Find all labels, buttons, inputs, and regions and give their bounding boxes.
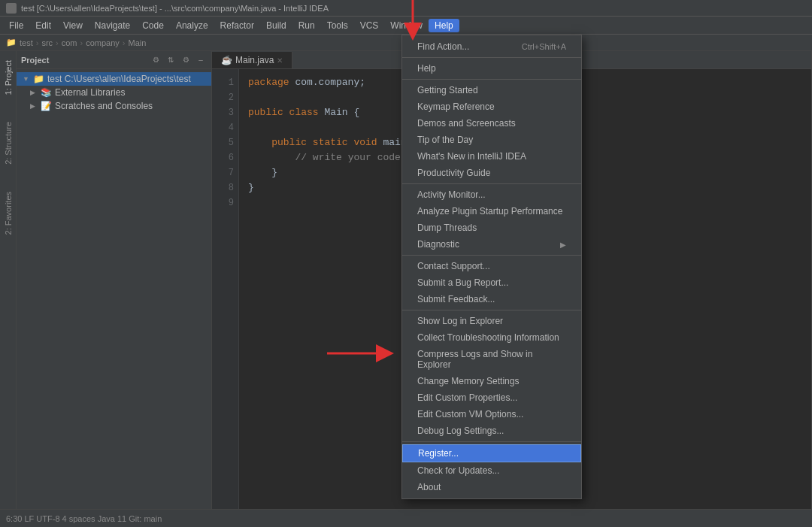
tree-item-external-libs[interactable]: ▶ 📚 External Libraries bbox=[24, 86, 211, 99]
tree-item-test[interactable]: ▼ 📁 test C:\Users\allen\IdeaProjects\tes… bbox=[17, 72, 211, 86]
menu-keymap-reference[interactable]: Keymap Reference bbox=[402, 98, 581, 115]
menu-submit-feedback[interactable]: Submit Feedback... bbox=[402, 291, 581, 307]
menu-find-action[interactable]: Find Action... Ctrl+Shift+A bbox=[402, 38, 581, 55]
menu-submit-bug[interactable]: Submit a Bug Report... bbox=[402, 274, 581, 291]
scratch-icon: 📝 bbox=[41, 101, 52, 111]
status-text: 6:30 LF UTF-8 4 spaces Java 11 Git: main bbox=[6, 514, 162, 523]
menu-whats-new[interactable]: What's New in IntelliJ IDEA bbox=[402, 148, 581, 165]
menu-navigate[interactable]: Navigate bbox=[89, 19, 136, 32]
toolbar-sort-icon[interactable]: ⇅ bbox=[165, 54, 177, 66]
title-bar: test [C:\Users\allen\IdeaProjects\test] … bbox=[0, 0, 812, 17]
breadcrumb-icon: 📁 bbox=[6, 38, 17, 47]
sidebar-panel: Project ⚙ ⇅ ⚙ – ▼ 📁 test C:\Users\allen\… bbox=[17, 51, 212, 509]
menu-refactor[interactable]: Refactor bbox=[214, 19, 260, 32]
menu-check-updates[interactable]: Check for Updates... bbox=[402, 462, 581, 479]
separator-6 bbox=[402, 441, 581, 442]
menu-edit-properties[interactable]: Edit Custom Properties... bbox=[402, 389, 581, 406]
menu-tools[interactable]: Tools bbox=[321, 19, 354, 32]
separator-5 bbox=[402, 310, 581, 310]
menu-getting-started[interactable]: Getting Started bbox=[402, 82, 581, 98]
editor-tab-main[interactable]: ☕ Main.java ✕ bbox=[212, 52, 292, 68]
expand-arrow-libs: ▶ bbox=[30, 89, 38, 96]
tab-close-icon[interactable]: ✕ bbox=[277, 56, 283, 65]
library-icon: 📚 bbox=[41, 87, 52, 98]
vtab-structure[interactable]: 2: Structure bbox=[2, 116, 15, 171]
menu-file[interactable]: File bbox=[3, 19, 29, 32]
menu-compress-logs[interactable]: Compress Logs and Show in Explorer bbox=[402, 346, 581, 373]
tab-icon: ☕ bbox=[221, 55, 232, 65]
tree-item-label: test C:\Users\allen\IdeaProjects\test bbox=[47, 74, 191, 84]
menu-edit-vm-options[interactable]: Edit Custom VM Options... bbox=[402, 406, 581, 423]
breadcrumb-src[interactable]: src bbox=[41, 38, 53, 47]
line-numbers: 1 2 3 4 5 6 7 8 9 bbox=[212, 69, 239, 509]
separator-2 bbox=[402, 79, 581, 80]
app-icon bbox=[6, 3, 17, 14]
menu-collect-troubleshooting[interactable]: Collect Troubleshooting Information bbox=[402, 329, 581, 346]
project-tree: ▼ 📁 test C:\Users\allen\IdeaProjects\tes… bbox=[17, 69, 211, 509]
breadcrumb-main[interactable]: Main bbox=[129, 38, 147, 47]
menu-debug-log-settings[interactable]: Debug Log Settings... bbox=[402, 423, 581, 439]
vtab-project[interactable]: 1: Project bbox=[2, 54, 15, 101]
menu-activity-monitor[interactable]: Activity Monitor... bbox=[402, 186, 581, 203]
menu-about[interactable]: About bbox=[402, 479, 581, 495]
menu-build[interactable]: Build bbox=[260, 19, 292, 32]
help-menu-dropdown: Find Action... Ctrl+Shift+A Help Getting… bbox=[401, 35, 582, 499]
menu-vcs[interactable]: VCS bbox=[354, 19, 385, 32]
menu-view[interactable]: View bbox=[57, 19, 89, 32]
status-bar: 6:30 LF UTF-8 4 spaces Java 11 Git: main bbox=[0, 509, 812, 527]
tree-item-scratches[interactable]: ▶ 📝 Scratches and Consoles bbox=[24, 99, 211, 113]
menu-demos[interactable]: Demos and Screencasts bbox=[402, 115, 581, 132]
menu-bar: File Edit View Navigate Code Analyze Ref… bbox=[0, 17, 812, 35]
project-folder-icon: 📁 bbox=[33, 74, 44, 84]
tree-item-scratches-label: Scratches and Consoles bbox=[55, 101, 153, 111]
title-text: test [C:\Users\allen\IdeaProjects\test] … bbox=[21, 4, 329, 13]
separator-1 bbox=[402, 57, 581, 58]
toolbar-settings-icon[interactable]: ⚙ bbox=[150, 54, 162, 66]
breadcrumb-company[interactable]: company bbox=[86, 38, 120, 47]
toolbar-gear-icon[interactable]: ⚙ bbox=[180, 54, 192, 66]
menu-show-log[interactable]: Show Log in Explorer bbox=[402, 313, 581, 329]
breadcrumb-com[interactable]: com bbox=[62, 38, 77, 47]
menu-diagnostic[interactable]: Diagnostic ▶ bbox=[402, 236, 581, 253]
vtab-favorites[interactable]: 2: Favorites bbox=[2, 186, 15, 241]
separator-4 bbox=[402, 255, 581, 256]
menu-dump-threads[interactable]: Dump Threads bbox=[402, 220, 581, 236]
menu-tip-of-day[interactable]: Tip of the Day bbox=[402, 132, 581, 148]
menu-window[interactable]: Window bbox=[384, 19, 429, 32]
menu-edit[interactable]: Edit bbox=[29, 19, 57, 32]
menu-change-memory[interactable]: Change Memory Settings bbox=[402, 373, 581, 389]
toolbar-minimize-icon[interactable]: – bbox=[195, 54, 207, 66]
menu-run[interactable]: Run bbox=[292, 19, 321, 32]
left-vtab-strip: 1: Project 2: Structure 2: Favorites bbox=[0, 51, 17, 509]
separator-3 bbox=[402, 183, 581, 184]
tab-label: Main.java bbox=[235, 55, 274, 65]
menu-contact-support[interactable]: Contact Support... bbox=[402, 258, 581, 274]
breadcrumb-test[interactable]: test bbox=[20, 38, 33, 47]
menu-analyze-plugin[interactable]: Analyze Plugin Startup Performance bbox=[402, 203, 581, 220]
menu-productivity-guide[interactable]: Productivity Guide bbox=[402, 165, 581, 181]
tree-item-external-libs-label: External Libraries bbox=[55, 87, 125, 98]
menu-code[interactable]: Code bbox=[136, 19, 170, 32]
menu-help-item[interactable]: Help bbox=[402, 60, 581, 77]
expand-arrow: ▼ bbox=[23, 75, 30, 83]
menu-register[interactable]: Register... bbox=[402, 444, 581, 462]
expand-arrow-scratches: ▶ bbox=[30, 102, 38, 110]
project-toolbar: Project ⚙ ⇅ ⚙ – bbox=[17, 51, 211, 69]
project-label: Project bbox=[21, 56, 147, 65]
menu-analyze[interactable]: Analyze bbox=[170, 19, 214, 32]
menu-help[interactable]: Help bbox=[429, 19, 459, 32]
